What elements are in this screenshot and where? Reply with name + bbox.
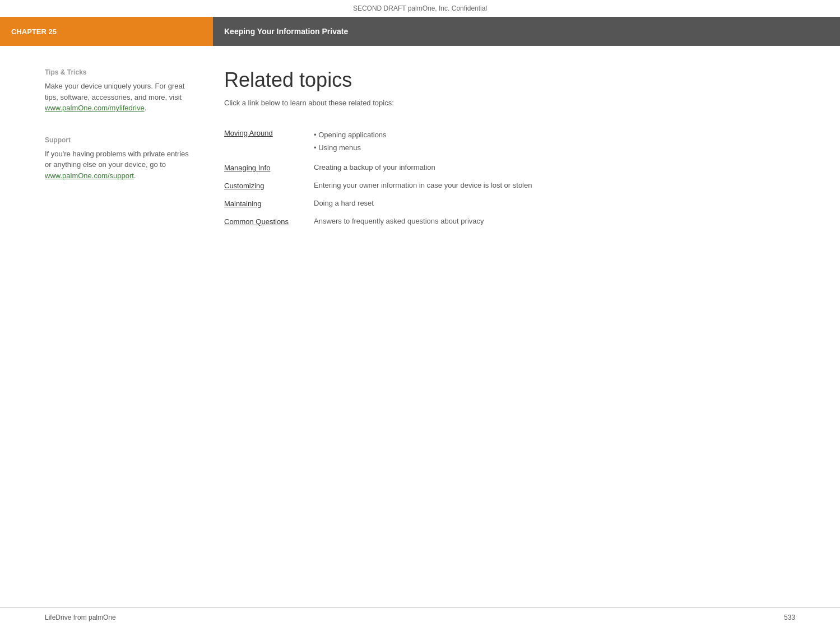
sidebar-tips-title: Tips & Tricks [45, 68, 196, 76]
related-topics-subtitle: Click a link below to learn about these … [224, 99, 806, 107]
sidebar-support-text: If you're having problems with private e… [45, 148, 196, 182]
content-area: Related topics Click a link below to lea… [213, 68, 840, 230]
list-item: Using menus [314, 141, 806, 154]
sidebar: Tips & Tricks Make your device uniquely … [0, 68, 213, 230]
topic-link-cell: Common Questions [224, 212, 314, 230]
topic-link[interactable]: Moving Around [224, 129, 273, 137]
footer: LifeDrive from palmOne 533 [0, 607, 840, 627]
topics-table: Moving AroundOpening applicationsUsing m… [224, 124, 806, 230]
tips-period: . [145, 104, 147, 112]
topic-desc-cell: Opening applicationsUsing menus [314, 124, 806, 159]
sidebar-tips-text: Make your device uniquely yours. For gre… [45, 81, 196, 114]
table-row: Common QuestionsAnswers to frequently as… [224, 212, 806, 230]
chapter-label: CHAPTER 25 [0, 17, 213, 46]
top-bar-text: SECOND DRAFT palmOne, Inc. Confidential [353, 4, 487, 12]
topic-link-cell: Customizing [224, 177, 314, 194]
support-period: . [134, 171, 136, 180]
support-text-before: If you're having problems with private e… [45, 150, 189, 169]
sidebar-tips-section: Tips & Tricks Make your device uniquely … [45, 68, 196, 114]
support-link[interactable]: www.palmOne.com/support [45, 171, 134, 180]
chapter-number: CHAPTER 25 [11, 27, 57, 36]
chapter-header: CHAPTER 25 Keeping Your Information Priv… [0, 17, 840, 46]
footer-left: LifeDrive from palmOne [45, 614, 116, 621]
topic-bullet-list: Opening applicationsUsing menus [314, 128, 806, 154]
chapter-title: Keeping Your Information Private [213, 17, 840, 46]
table-row: MaintainingDoing a hard reset [224, 194, 806, 212]
topic-desc-cell: Creating a backup of your information [314, 159, 806, 177]
tips-text-before: Make your device uniquely yours. For gre… [45, 82, 184, 101]
topic-link-cell: Maintaining [224, 194, 314, 212]
sidebar-support-section: Support If you're having problems with p… [45, 136, 196, 182]
table-row: Managing InfoCreating a backup of your i… [224, 159, 806, 177]
topic-desc-cell: Answers to frequently asked questions ab… [314, 212, 806, 230]
chapter-title-text: Keeping Your Information Private [224, 27, 348, 36]
topic-desc-cell: Doing a hard reset [314, 194, 806, 212]
tips-link[interactable]: www.palmOne.com/mylifedrive [45, 104, 145, 112]
sidebar-support-title: Support [45, 136, 196, 144]
list-item: Opening applications [314, 128, 806, 141]
related-topics-title: Related topics [224, 68, 806, 92]
topic-link-cell: Moving Around [224, 124, 314, 159]
table-row: Moving AroundOpening applicationsUsing m… [224, 124, 806, 159]
main-content: Tips & Tricks Make your device uniquely … [0, 46, 840, 230]
topic-link[interactable]: Common Questions [224, 217, 289, 226]
topic-link[interactable]: Maintaining [224, 199, 262, 208]
topic-desc-cell: Entering your owner information in case … [314, 177, 806, 194]
table-row: CustomizingEntering your owner informati… [224, 177, 806, 194]
top-bar: SECOND DRAFT palmOne, Inc. Confidential [0, 0, 840, 17]
footer-right: 533 [784, 614, 795, 621]
topic-link-cell: Managing Info [224, 159, 314, 177]
topic-link[interactable]: Customizing [224, 182, 264, 190]
topic-link[interactable]: Managing Info [224, 164, 270, 172]
